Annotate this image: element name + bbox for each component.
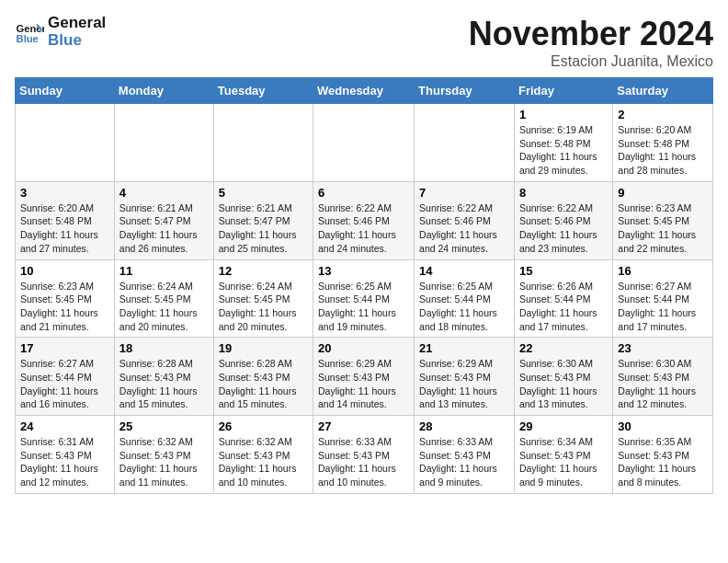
day-info: Sunrise: 6:19 AM Sunset: 5:48 PM Dayligh…	[519, 123, 608, 178]
day-info: Sunrise: 6:20 AM Sunset: 5:48 PM Dayligh…	[618, 123, 708, 178]
calendar-cell: 12Sunrise: 6:24 AM Sunset: 5:45 PM Dayli…	[213, 259, 313, 338]
calendar-cell	[16, 104, 115, 182]
day-info: Sunrise: 6:25 AM Sunset: 5:44 PM Dayligh…	[419, 280, 509, 334]
day-info: Sunrise: 6:33 AM Sunset: 5:43 PM Dayligh…	[419, 435, 509, 489]
calendar-cell: 8Sunrise: 6:22 AM Sunset: 5:46 PM Daylig…	[514, 181, 612, 259]
day-info: Sunrise: 6:32 AM Sunset: 5:43 PM Dayligh…	[219, 435, 308, 489]
day-info: Sunrise: 6:26 AM Sunset: 5:44 PM Dayligh…	[519, 280, 608, 334]
day-info: Sunrise: 6:23 AM Sunset: 5:45 PM Dayligh…	[20, 280, 109, 334]
day-number: 6	[318, 186, 409, 200]
day-number: 12	[219, 264, 308, 278]
calendar-cell	[415, 104, 515, 182]
calendar-week-2: 3Sunrise: 6:20 AM Sunset: 5:48 PM Daylig…	[16, 181, 713, 259]
page-header: General Blue General Blue November 2024 …	[15, 15, 713, 70]
day-number: 28	[419, 419, 509, 433]
day-info: Sunrise: 6:33 AM Sunset: 5:43 PM Dayligh…	[318, 435, 409, 489]
day-info: Sunrise: 6:27 AM Sunset: 5:44 PM Dayligh…	[618, 280, 708, 334]
day-number: 22	[519, 341, 608, 355]
day-number: 2	[618, 108, 708, 121]
calendar-cell	[114, 104, 213, 182]
calendar-cell: 19Sunrise: 6:28 AM Sunset: 5:43 PM Dayli…	[213, 338, 313, 416]
calendar-cell: 7Sunrise: 6:22 AM Sunset: 5:46 PM Daylig…	[415, 181, 515, 259]
calendar-cell: 21Sunrise: 6:29 AM Sunset: 5:43 PM Dayli…	[415, 338, 515, 416]
day-number: 23	[618, 341, 708, 355]
calendar-cell: 20Sunrise: 6:29 AM Sunset: 5:43 PM Dayli…	[313, 338, 415, 416]
day-number: 24	[20, 419, 109, 433]
day-info: Sunrise: 6:27 AM Sunset: 5:44 PM Dayligh…	[20, 357, 109, 411]
calendar-cell: 13Sunrise: 6:25 AM Sunset: 5:44 PM Dayli…	[313, 259, 415, 338]
calendar-cell: 26Sunrise: 6:32 AM Sunset: 5:43 PM Dayli…	[213, 416, 313, 494]
calendar-week-5: 24Sunrise: 6:31 AM Sunset: 5:43 PM Dayli…	[16, 416, 713, 494]
weekday-header-tuesday: Tuesday	[213, 78, 313, 104]
day-info: Sunrise: 6:23 AM Sunset: 5:45 PM Dayligh…	[618, 201, 708, 256]
calendar-cell: 29Sunrise: 6:34 AM Sunset: 5:43 PM Dayli…	[514, 416, 612, 494]
day-info: Sunrise: 6:28 AM Sunset: 5:43 PM Dayligh…	[119, 357, 209, 411]
day-number: 21	[419, 341, 509, 355]
calendar-cell: 16Sunrise: 6:27 AM Sunset: 5:44 PM Dayli…	[613, 259, 713, 338]
day-info: Sunrise: 6:24 AM Sunset: 5:45 PM Dayligh…	[119, 280, 209, 334]
calendar-cell: 28Sunrise: 6:33 AM Sunset: 5:43 PM Dayli…	[415, 416, 515, 494]
calendar-cell: 9Sunrise: 6:23 AM Sunset: 5:45 PM Daylig…	[613, 181, 713, 259]
day-number: 13	[318, 264, 409, 278]
day-info: Sunrise: 6:35 AM Sunset: 5:43 PM Dayligh…	[618, 435, 708, 489]
day-number: 11	[119, 264, 209, 278]
day-number: 15	[519, 264, 608, 278]
day-info: Sunrise: 6:25 AM Sunset: 5:44 PM Dayligh…	[318, 280, 409, 334]
day-number: 18	[119, 341, 209, 355]
calendar-week-3: 10Sunrise: 6:23 AM Sunset: 5:45 PM Dayli…	[16, 259, 713, 338]
day-number: 19	[219, 341, 308, 355]
day-number: 16	[618, 264, 708, 278]
calendar-cell: 1Sunrise: 6:19 AM Sunset: 5:48 PM Daylig…	[514, 104, 612, 182]
logo: General Blue General Blue	[15, 15, 106, 49]
calendar-cell: 18Sunrise: 6:28 AM Sunset: 5:43 PM Dayli…	[114, 338, 213, 416]
weekday-header-saturday: Saturday	[613, 78, 713, 104]
weekday-header-sunday: Sunday	[16, 78, 115, 104]
day-info: Sunrise: 6:21 AM Sunset: 5:47 PM Dayligh…	[219, 201, 308, 256]
day-info: Sunrise: 6:21 AM Sunset: 5:47 PM Dayligh…	[119, 201, 209, 256]
month-title: November 2024	[469, 15, 713, 53]
day-info: Sunrise: 6:30 AM Sunset: 5:43 PM Dayligh…	[618, 357, 708, 411]
location: Estacion Juanita, Mexico	[469, 53, 713, 70]
calendar-cell: 10Sunrise: 6:23 AM Sunset: 5:45 PM Dayli…	[16, 259, 115, 338]
day-info: Sunrise: 6:22 AM Sunset: 5:46 PM Dayligh…	[419, 201, 509, 256]
calendar-cell: 27Sunrise: 6:33 AM Sunset: 5:43 PM Dayli…	[313, 416, 415, 494]
day-number: 14	[419, 264, 509, 278]
day-info: Sunrise: 6:34 AM Sunset: 5:43 PM Dayligh…	[519, 435, 608, 489]
calendar-cell: 23Sunrise: 6:30 AM Sunset: 5:43 PM Dayli…	[613, 338, 713, 416]
day-number: 25	[119, 419, 209, 433]
calendar-table: SundayMondayTuesdayWednesdayThursdayFrid…	[15, 77, 713, 494]
calendar-cell: 3Sunrise: 6:20 AM Sunset: 5:48 PM Daylig…	[16, 181, 115, 259]
calendar-header-row: SundayMondayTuesdayWednesdayThursdayFrid…	[16, 78, 713, 104]
calendar-cell: 24Sunrise: 6:31 AM Sunset: 5:43 PM Dayli…	[16, 416, 115, 494]
day-number: 8	[519, 186, 608, 200]
calendar-cell: 4Sunrise: 6:21 AM Sunset: 5:47 PM Daylig…	[114, 181, 213, 259]
day-number: 20	[318, 341, 409, 355]
calendar-cell	[213, 104, 313, 182]
title-block: November 2024 Estacion Juanita, Mexico	[469, 15, 713, 70]
day-number: 29	[519, 419, 608, 433]
calendar-cell: 11Sunrise: 6:24 AM Sunset: 5:45 PM Dayli…	[114, 259, 213, 338]
day-number: 30	[618, 419, 708, 433]
day-info: Sunrise: 6:30 AM Sunset: 5:43 PM Dayligh…	[519, 357, 608, 411]
day-info: Sunrise: 6:29 AM Sunset: 5:43 PM Dayligh…	[318, 357, 409, 411]
calendar-cell: 22Sunrise: 6:30 AM Sunset: 5:43 PM Dayli…	[514, 338, 612, 416]
calendar-cell: 30Sunrise: 6:35 AM Sunset: 5:43 PM Dayli…	[613, 416, 713, 494]
day-info: Sunrise: 6:22 AM Sunset: 5:46 PM Dayligh…	[519, 201, 608, 256]
calendar-week-1: 1Sunrise: 6:19 AM Sunset: 5:48 PM Daylig…	[16, 104, 713, 182]
day-number: 27	[318, 419, 409, 433]
weekday-header-wednesday: Wednesday	[313, 78, 415, 104]
calendar-cell: 25Sunrise: 6:32 AM Sunset: 5:43 PM Dayli…	[114, 416, 213, 494]
calendar-cell: 14Sunrise: 6:25 AM Sunset: 5:44 PM Dayli…	[415, 259, 515, 338]
day-number: 26	[219, 419, 308, 433]
day-number: 7	[419, 186, 509, 200]
calendar-cell: 17Sunrise: 6:27 AM Sunset: 5:44 PM Dayli…	[16, 338, 115, 416]
day-info: Sunrise: 6:20 AM Sunset: 5:48 PM Dayligh…	[20, 201, 109, 256]
calendar-cell	[313, 104, 415, 182]
day-info: Sunrise: 6:31 AM Sunset: 5:43 PM Dayligh…	[20, 435, 109, 489]
day-number: 5	[219, 186, 308, 200]
weekday-header-friday: Friday	[514, 78, 612, 104]
day-number: 17	[20, 341, 109, 355]
day-number: 10	[20, 264, 109, 278]
logo-icon: General Blue	[15, 17, 44, 47]
day-info: Sunrise: 6:28 AM Sunset: 5:43 PM Dayligh…	[219, 357, 308, 411]
